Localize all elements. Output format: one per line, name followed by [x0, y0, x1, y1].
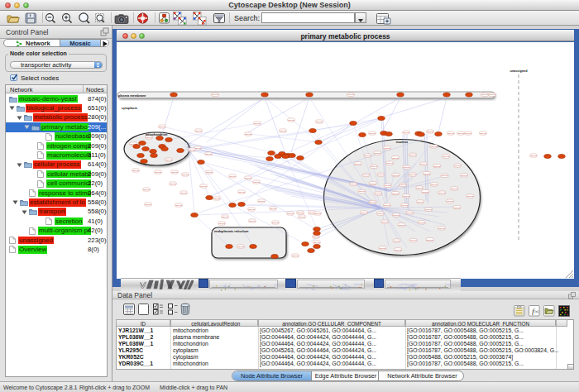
svg-text:GO:093: GO:093 — [480, 132, 486, 134]
svg-text:GO:093: GO:093 — [454, 207, 461, 208]
svg-text:GO:093: GO:093 — [361, 212, 367, 213]
svg-text:GO:093: GO:093 — [425, 208, 432, 210]
svg-text:GO:093: GO:093 — [419, 222, 425, 223]
svg-text:GO:093: GO:093 — [143, 189, 150, 190]
svg-text:GO:093: GO:093 — [347, 93, 354, 95]
svg-text:GO:093: GO:093 — [410, 239, 417, 241]
svg-text:GO:093: GO:093 — [238, 191, 245, 193]
svg-text:GO:093: GO:093 — [171, 171, 178, 173]
svg-text:GO:093: GO:093 — [280, 130, 286, 131]
svg-text:GO:093: GO:093 — [465, 132, 471, 134]
svg-text:GO:093: GO:093 — [423, 173, 430, 174]
svg-text:GO:093: GO:093 — [404, 166, 410, 168]
svg-text:GO:093: GO:093 — [400, 184, 406, 185]
svg-text:GO:093: GO:093 — [237, 246, 244, 247]
svg-text:GO:093: GO:093 — [254, 122, 261, 124]
svg-text:GO:093: GO:093 — [182, 174, 189, 175]
svg-text:GO:093: GO:093 — [212, 93, 218, 95]
svg-text:GO:093: GO:093 — [392, 193, 399, 194]
svg-text:GO:093: GO:093 — [370, 183, 376, 184]
svg-text:unassigned: unassigned — [510, 69, 528, 73]
svg-text:GO:093: GO:093 — [417, 201, 423, 203]
svg-text:GO:093: GO:093 — [194, 147, 201, 149]
svg-text:GO:093: GO:093 — [371, 165, 377, 167]
svg-text:GO:093: GO:093 — [384, 147, 390, 149]
svg-text:GO:093: GO:093 — [454, 165, 461, 166]
svg-text:GO:093: GO:093 — [363, 174, 370, 175]
svg-text:GO:093: GO:093 — [434, 165, 441, 167]
svg-text:GO:093: GO:093 — [248, 208, 255, 210]
svg-text:GO:093: GO:093 — [381, 221, 388, 222]
svg-text:GO:093: GO:093 — [314, 213, 321, 214]
svg-text:GO:093: GO:093 — [287, 213, 294, 214]
svg-text:GO:093: GO:093 — [438, 227, 445, 229]
svg-text:GO:093: GO:093 — [159, 126, 165, 127]
svg-text:GO:093: GO:093 — [403, 195, 409, 197]
svg-text:GO:093: GO:093 — [165, 159, 172, 160]
svg-text:GO:093: GO:093 — [350, 183, 356, 184]
svg-text:plasma membrane: plasma membrane — [118, 94, 146, 98]
svg-text:GO:093: GO:093 — [313, 236, 319, 237]
svg-text:GO:093: GO:093 — [530, 155, 537, 156]
svg-text:GO:093: GO:093 — [467, 195, 474, 197]
svg-text:GO:093: GO:093 — [175, 204, 182, 206]
svg-text:GO:093: GO:093 — [355, 163, 361, 165]
svg-text:GO:093: GO:093 — [461, 174, 467, 176]
svg-text:GO:093: GO:093 — [427, 239, 433, 241]
svg-text:cytoplasm: cytoplasm — [122, 107, 137, 110]
svg-text:GO:093: GO:093 — [401, 204, 408, 206]
svg-text:GO:093: GO:093 — [378, 174, 385, 175]
svg-text:GO:093: GO:093 — [189, 149, 195, 151]
svg-text:GO:093: GO:093 — [393, 214, 400, 216]
svg-text:GO:093: GO:093 — [245, 177, 251, 179]
svg-text:GO:093: GO:093 — [392, 157, 399, 159]
svg-text:GO:093: GO:093 — [288, 119, 294, 121]
svg-text:GO:093: GO:093 — [132, 170, 139, 171]
svg-text:GO:093: GO:093 — [180, 192, 187, 194]
svg-text:GO:093: GO:093 — [399, 224, 405, 226]
svg-text:GO:093: GO:093 — [359, 190, 366, 192]
svg-text:GO:093: GO:093 — [218, 222, 225, 224]
svg-text:GO:093: GO:093 — [369, 132, 376, 134]
svg-text:GO:093: GO:093 — [403, 131, 409, 133]
svg-text:GO:093: GO:093 — [222, 216, 228, 218]
svg-text:GO:093: GO:093 — [253, 181, 260, 183]
svg-text:GO:093: GO:093 — [409, 154, 416, 155]
svg-text:GO:093: GO:093 — [379, 247, 385, 249]
svg-text:GO:093: GO:093 — [249, 220, 256, 222]
svg-text:GO:093: GO:093 — [258, 200, 265, 202]
svg-text:GO:093: GO:093 — [438, 192, 445, 194]
svg-text:GO:093: GO:093 — [481, 93, 488, 95]
svg-text:GO:093: GO:093 — [431, 184, 438, 185]
svg-text:GO:093: GO:093 — [205, 153, 212, 155]
svg-text:GO:093: GO:093 — [447, 132, 454, 134]
svg-text:GO:093: GO:093 — [395, 249, 401, 251]
svg-text:(x): (x) — [534, 309, 538, 313]
svg-text:GO:093: GO:093 — [213, 198, 220, 199]
svg-text:GO:093: GO:093 — [316, 121, 323, 122]
svg-text:mitochondrion: mitochondrion — [146, 133, 168, 136]
svg-text:GO:093: GO:093 — [195, 130, 202, 131]
svg-text:GO:093: GO:093 — [200, 185, 207, 187]
svg-text:GO:093: GO:093 — [384, 204, 390, 206]
svg-text:GO:093: GO:093 — [292, 255, 299, 256]
svg-text:GO:093: GO:093 — [442, 174, 448, 176]
svg-text:GO:093: GO:093 — [155, 171, 161, 173]
svg-text:GO:093: GO:093 — [451, 188, 457, 189]
svg-text:GO:093: GO:093 — [245, 133, 251, 135]
svg-text:GO:093: GO:093 — [370, 201, 376, 203]
svg-text:GO:093: GO:093 — [443, 155, 449, 157]
svg-text:GO:093: GO:093 — [394, 240, 400, 241]
svg-text:GO:093: GO:093 — [313, 241, 320, 243]
svg-text:GO:093: GO:093 — [447, 200, 453, 202]
svg-text:GO:093: GO:093 — [392, 174, 399, 176]
svg-text:GO:093: GO:093 — [427, 131, 433, 132]
svg-text:GO:093: GO:093 — [385, 184, 391, 186]
svg-text:nucleus: nucleus — [396, 141, 408, 144]
svg-text:GO:093: GO:093 — [386, 162, 393, 164]
svg-text:GO:093: GO:093 — [170, 183, 176, 184]
svg-text:GO:093: GO:093 — [299, 216, 305, 218]
svg-text:GO:093: GO:093 — [416, 187, 423, 189]
svg-text:GO:093: GO:093 — [489, 93, 495, 95]
svg-text:GO:093: GO:093 — [146, 136, 152, 138]
